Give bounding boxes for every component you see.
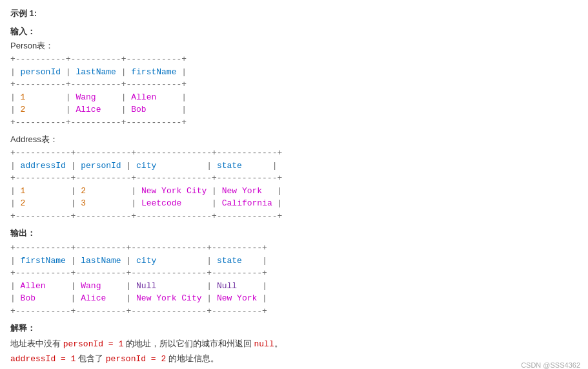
address-table-name: Address表： xyxy=(10,134,578,145)
address-table: +-----------+-----------+---------------… xyxy=(10,147,578,222)
input-label: 输入： xyxy=(10,26,578,37)
explanation-line1: 地址表中没有 personId = 1 的地址，所以它们的城市和州返回 null… xyxy=(10,337,578,352)
explanation-label: 解释： xyxy=(10,322,578,334)
watermark: CSDN @SSS4362 xyxy=(521,361,580,369)
output-table: +-----------+----------+---------------+… xyxy=(10,242,578,317)
person-table-name: Person表： xyxy=(10,40,578,52)
explanation-body: 地址表中没有 personId = 1 的地址，所以它们的城市和州返回 null… xyxy=(10,337,578,366)
output-section: 输出： +-----------+----------+------------… xyxy=(10,227,578,317)
explanation-section: 解释： 地址表中没有 personId = 1 的地址，所以它们的城市和州返回 … xyxy=(10,322,578,366)
example-title: 示例 1: xyxy=(10,8,578,19)
input-section: 输入： Person表： +----------+----------+----… xyxy=(10,26,578,222)
output-label: 输出： xyxy=(10,227,578,239)
person-table: +----------+----------+-----------+ | pe… xyxy=(10,53,578,129)
explanation-line2: addressId = 1 包含了 personId = 2 的地址信息。 xyxy=(10,352,578,366)
